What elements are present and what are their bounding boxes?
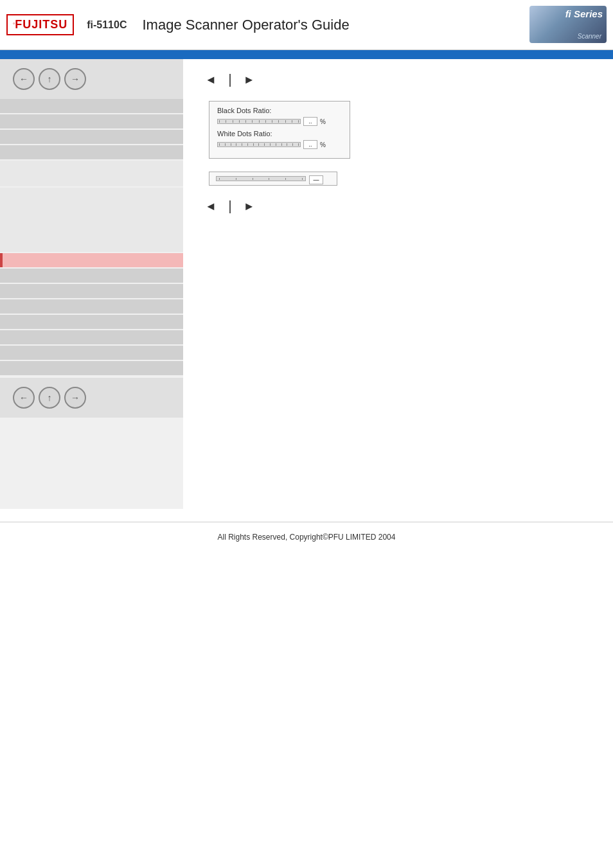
sidebar-item-1[interactable] — [0, 99, 183, 113]
back-icon: ← — [19, 74, 28, 84]
sidebar-item-4[interactable] — [0, 145, 183, 159]
simple-slider-widget: — — [209, 172, 337, 186]
tick — [265, 120, 266, 123]
header: ° FUJITSU fi-5110C Image Scanner Operato… — [0, 0, 613, 50]
simple-slider[interactable]: — — [216, 176, 306, 181]
nav-divider-bottom — [229, 200, 231, 213]
nav-back-button[interactable]: ← — [13, 68, 35, 90]
tick — [292, 120, 292, 123]
tick — [242, 143, 242, 146]
blue-accent-bar — [0, 50, 613, 59]
fi-series-text: fi Series — [565, 8, 603, 19]
up-icon-bottom: ↑ — [48, 393, 52, 403]
simple-slider-value: — — [309, 175, 323, 184]
tick — [226, 120, 226, 123]
tick — [276, 143, 276, 146]
sidebar-spacer-1 — [0, 161, 183, 186]
fi-series-banner: fi Series Scanner — [529, 6, 607, 43]
sidebar-item-11[interactable] — [0, 361, 183, 375]
nav-forward-button-bottom[interactable]: → — [64, 387, 86, 409]
tick — [219, 143, 220, 146]
sidebar-item-6[interactable] — [0, 284, 183, 298]
sidebar-item-8[interactable] — [0, 315, 183, 329]
content-nav-bottom: ◄ ► — [202, 199, 594, 215]
tick — [258, 143, 259, 146]
tick — [247, 143, 248, 146]
tick — [225, 143, 226, 146]
tick — [245, 120, 246, 123]
white-dots-percent: % — [320, 141, 326, 148]
black-dots-percent: % — [320, 118, 326, 125]
white-dots-row: .. % — [217, 140, 342, 149]
fi-series-sub: Scanner — [578, 33, 601, 40]
nav-up-button[interactable]: ↑ — [39, 68, 60, 90]
dots-ratio-widget: Black Dots Ratio: — [209, 101, 350, 159]
sidebar-item-7[interactable] — [0, 299, 183, 314]
content-nav-top: ◄ ► — [202, 72, 594, 88]
prev-icon-top: ◄ — [205, 73, 217, 86]
tick — [298, 120, 299, 123]
white-dots-ticks — [218, 143, 300, 146]
content-next-button-bottom[interactable]: ► — [241, 199, 258, 215]
sidebar-item-5[interactable] — [0, 269, 183, 283]
nav-buttons-bottom: ← ↑ → — [0, 378, 183, 418]
tick — [292, 143, 293, 146]
tick — [236, 143, 236, 146]
tick — [253, 178, 253, 180]
tick — [287, 143, 287, 146]
content-next-button-top[interactable]: ► — [241, 72, 258, 88]
tick — [298, 143, 299, 146]
nav-up-button-bottom[interactable]: ↑ — [39, 387, 60, 409]
tick — [233, 120, 233, 123]
black-dots-ticks — [218, 120, 300, 123]
simple-slider-row: — — [216, 176, 330, 181]
black-dots-slider[interactable] — [217, 119, 301, 124]
sidebar-item-2[interactable] — [0, 114, 183, 128]
tick — [252, 120, 253, 123]
tick — [231, 143, 231, 146]
tick — [219, 120, 220, 123]
content-area: ◄ ► Black Dots Ratio: — [183, 59, 613, 509]
white-dots-value: .. — [303, 140, 317, 149]
white-dots-label: White Dots Ratio: — [217, 130, 342, 137]
nav-back-button-bottom[interactable]: ← — [13, 387, 35, 409]
white-dots-slider[interactable] — [217, 142, 301, 147]
content-prev-button-bottom[interactable]: ◄ — [202, 199, 219, 215]
prev-icon-bottom: ◄ — [205, 200, 217, 213]
sidebar: ← ↑ → ← ↑ — [0, 59, 183, 509]
tick — [269, 178, 269, 180]
model-label: fi-5110C — [87, 19, 127, 31]
footer: All Rights Reserved, Copyright©PFU LIMIT… — [0, 522, 613, 552]
content-prev-button-top[interactable]: ◄ — [202, 72, 219, 88]
tick — [219, 178, 220, 180]
tick — [285, 120, 286, 123]
page-title: Image Scanner Operator's Guide — [142, 17, 349, 33]
tick — [285, 178, 286, 180]
sidebar-item-3[interactable] — [0, 130, 183, 144]
nav-divider-top — [229, 74, 231, 87]
sidebar-item-9[interactable] — [0, 330, 183, 344]
tick — [253, 143, 254, 146]
next-icon-top: ► — [244, 73, 255, 86]
back-icon-bottom: ← — [19, 393, 28, 403]
tick — [259, 120, 260, 123]
black-dots-value: .. — [303, 117, 317, 126]
tick — [270, 143, 271, 146]
simple-slider-ticks — [217, 178, 305, 180]
fujitsu-logo-text: FUJITSU — [15, 18, 67, 31]
black-dots-label: Black Dots Ratio: — [217, 107, 342, 114]
sidebar-item-10[interactable] — [0, 346, 183, 360]
black-dots-row: .. % — [217, 117, 342, 126]
sidebar-item-active[interactable] — [0, 253, 183, 267]
header-logo: ° FUJITSU fi-5110C Image Scanner Operato… — [6, 14, 350, 35]
up-icon: ↑ — [48, 74, 52, 84]
fi-series-logo: fi Series Scanner — [529, 5, 607, 44]
sidebar-spacer-large — [0, 188, 183, 252]
nav-forward-button[interactable]: → — [64, 68, 86, 90]
fujitsu-box: ° FUJITSU — [6, 14, 74, 35]
nav-buttons-top: ← ↑ → — [0, 59, 183, 99]
forward-icon: → — [71, 74, 80, 84]
tick — [278, 120, 279, 123]
tick — [272, 120, 272, 123]
tick — [302, 178, 303, 180]
